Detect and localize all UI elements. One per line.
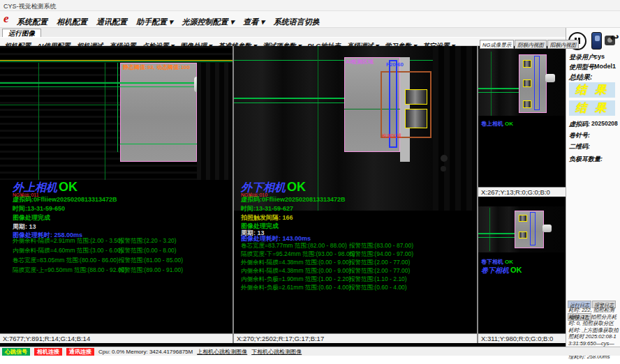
- pixel-coordinates-readout: X:311;Y:980;R:0;G:0;B:0: [478, 333, 566, 343]
- machine-right-section: [433, 46, 477, 211]
- pixel-coordinates-readout: X:267;Y:13;R:0;G:0;B:0: [478, 187, 566, 197]
- camera-status: OK: [287, 180, 306, 194]
- pixel-coordinates-readout: X:270;Y:2502;R:17;G:17;B:17: [234, 333, 477, 343]
- logout-button[interactable]: ↩: [609, 31, 620, 44]
- measurement-row: 内侧余料-隔膜=4.60mm 范围:(3.00 - 6.00)报警范围:(0.0…: [13, 247, 229, 255]
- tab-feature-box: [523, 60, 531, 68]
- measurement-row: 隔膜宽度-上=90.50mm 范围:(88.00 - 92.00)报警范围:(8…: [13, 266, 229, 275]
- side-caption-camera: 卷上相机: [481, 121, 503, 127]
- menu-view[interactable]: 查看 ▾: [243, 17, 265, 27]
- measurement-row: 内侧余料-负极=1.90mm 范围:(1.00 - 2.20)报警范围:(1.1…: [241, 275, 475, 284]
- tab-bar: 运行图像: [0, 28, 620, 37]
- side-result-line: 卷下相机OK: [481, 263, 522, 275]
- virtual-code-value: 20250208: [591, 120, 618, 127]
- overlay-green-vline: [105, 63, 105, 180]
- side-result-camera: 卷下相机: [481, 266, 509, 274]
- measurement-value: 卷芯宽度=83.05mm 范围:(80.00 - 86.00): [13, 257, 119, 265]
- machine-right-section: [197, 63, 232, 180]
- side-view-bottom[interactable]: 卷下相机OK 卷下相机OK X:311;Y:980;R:0;G:0;B:0: [478, 197, 566, 343]
- menu-items: 系统配置相机配置通讯配置助手配置 ▾光源控制配置 ▾查看 ▾系统语言切换: [17, 15, 329, 27]
- negative-tab-count-label: 负极耳数量:: [569, 155, 603, 164]
- side-view-top[interactable]: 卷上相机OK X:267;Y:13;R:0;G:0;B:0: [478, 46, 566, 197]
- marker-label: F20.60: [386, 61, 404, 68]
- camera-image-side-top[interactable]: [478, 49, 566, 116]
- region-label: 检测区域: [382, 132, 401, 139]
- overlay-green-line: [234, 103, 344, 103]
- camera-view-upper-outer[interactable]: 静态阈值:93, 动态阈值:100 F2.60 外上相机OK NG输出:011 …: [0, 46, 232, 343]
- title-bar: CYS-视觉检测系统: [0, 0, 620, 11]
- tab-feature-box: [523, 79, 531, 87]
- measurement-value: 内侧余料-负极=1.90mm 范围:(1.00 - 2.20): [241, 275, 351, 284]
- side-caption: 卷上相机OK: [481, 116, 513, 128]
- measurement-value: 卷芯宽度=83.77mm 范围:(82.00 - 88.00): [241, 242, 347, 250]
- menu-system-config[interactable]: 系统配置: [17, 17, 47, 27]
- overlay-green-line: [478, 88, 519, 89]
- device-icon: [595, 36, 600, 41]
- overlay-green-line: [478, 233, 515, 234]
- camera-view-lower-outer[interactable]: AI检测区域 F20.60 检测区域 外下相机OK NG输出:010 虚拟码:0…: [234, 46, 477, 343]
- side-result-status: OK: [510, 266, 522, 274]
- overlay-green-line: [478, 237, 515, 238]
- alarm-range: 报警范围:(2.00 - 77.00): [349, 267, 410, 275]
- tab-feature-box: [519, 232, 527, 238]
- measurement-row: 内侧余料-隔膜=4.38mm 范围:(0.00 - 9.00)报警范围:(2.0…: [241, 267, 475, 275]
- connector-blob: [542, 225, 552, 232]
- pixel-coordinates-readout: X:7677;Y:891;R:14;G:14;B:14: [0, 333, 232, 343]
- result-box-1: 结 果: [569, 82, 615, 98]
- barcode-line: 虚拟码:0Ffliiew2025020813313472B: [13, 195, 117, 204]
- overlay-green-line: [478, 92, 519, 93]
- barcode-line: 虚拟码:0Ffliiew2025020813313472B: [241, 195, 346, 204]
- tab-cathode-inner-view[interactable]: 阴极内视图: [515, 40, 547, 49]
- user-label: 登录用户:: [569, 53, 596, 62]
- total-result-label: 总结果:: [569, 73, 592, 82]
- window-title: CYS-视觉检测系统: [3, 2, 57, 11]
- app-logo-icon: e: [3, 12, 9, 26]
- alarm-range: 报警范围:(81.00 - 85.00): [119, 257, 183, 265]
- tab-feature-box: [519, 215, 527, 222]
- tab-ng-image-display[interactable]: NG成像显示: [480, 40, 514, 49]
- overlay-blue-marker-box: [534, 56, 540, 110]
- menu-comm-config[interactable]: 通讯配置: [96, 17, 127, 27]
- tab-feature-box: [405, 109, 427, 128]
- logout-arrow-icon: ↩: [610, 31, 619, 43]
- alarm-range: 报警范围:(83.00 - 87.00): [349, 242, 413, 250]
- tab-anode-inner-view[interactable]: 阳极内视图: [547, 40, 580, 49]
- overlay-green-line: [0, 82, 197, 84]
- ai-region-label: AI检测区域: [346, 58, 374, 66]
- overlay-green-line: [234, 98, 344, 99]
- overlay-film-region: [120, 63, 197, 162]
- measurement-value: 内侧余料-隔膜=4.60mm 范围:(3.00 - 6.00): [13, 247, 123, 255]
- time-line: 时间:13-31-59-650: [13, 204, 65, 213]
- bolt-detail: [441, 166, 446, 172]
- cpu-memory-readout: Cpu: 0.0% Memory: 3424.41796875M: [98, 349, 193, 355]
- menu-light-control[interactable]: 光源控制配置 ▾: [182, 17, 235, 27]
- camera-image-side-bottom[interactable]: [478, 206, 566, 252]
- measurement-value: 外侧余料-隔膜=4.38mm 范围:(0.00 - 9.00): [241, 259, 351, 267]
- overlay-green-line: [0, 61, 232, 62]
- connector-blob: [545, 74, 555, 82]
- virtual-code-label: 虚拟码:: [569, 120, 590, 129]
- measurement-row: 卷芯宽度=83.05mm 范围:(80.00 - 86.00)报警范围:(81.…: [13, 257, 229, 265]
- measurement-row: 外侧余料-隔膜=4.38mm 范围:(0.00 - 9.00)报警范围:(2.0…: [241, 259, 475, 267]
- time-line: 时间:13-31-59-627: [241, 204, 293, 213]
- alarm-range: 报警范围:(1.10 - 2.10): [349, 275, 407, 284]
- lower-camera-heartbeat-link[interactable]: 下相机心跳检测图像: [251, 348, 302, 356]
- device-button[interactable]: [591, 32, 602, 50]
- tab-feature-box: [405, 89, 427, 105]
- overlay-green-line: [0, 86, 197, 87]
- camera-status: OK: [59, 180, 78, 194]
- bolt-detail: [441, 155, 448, 162]
- status-bar: 心跳信号 相机连接 通讯连接 Cpu: 0.0% Memory: 3424.41…: [0, 347, 620, 356]
- menu-language-switch[interactable]: 系统语言切换: [274, 17, 320, 27]
- menu-camera-config[interactable]: 相机配置: [57, 17, 87, 27]
- control-panel: ↩ 登录用户: cys 使用型号: Model1 总结果: 结 果 结 果 虚拟…: [566, 28, 620, 347]
- overlay-green-vline: [318, 46, 318, 211]
- overlay-green-vline: [491, 52, 492, 116]
- upper-camera-heartbeat-link[interactable]: 上相机心跳检测图像: [197, 348, 247, 356]
- camera-image-left[interactable]: 静态阈值:93, 动态阈值:100 F2.60: [0, 46, 232, 180]
- alarm-range: 报警范围:(0.00 - 8.00): [119, 247, 177, 255]
- menu-assistant-config[interactable]: 助手配置 ▾: [136, 17, 173, 27]
- measurement-row: 卷芯宽度=83.77mm 范围:(82.00 - 88.00)报警范围:(83.…: [241, 242, 475, 250]
- menu-bar: e 系统配置相机配置通讯配置助手配置 ▾光源控制配置 ▾查看 ▾系统语言切换: [0, 11, 620, 28]
- tab-run-image[interactable]: 运行图像: [2, 29, 41, 37]
